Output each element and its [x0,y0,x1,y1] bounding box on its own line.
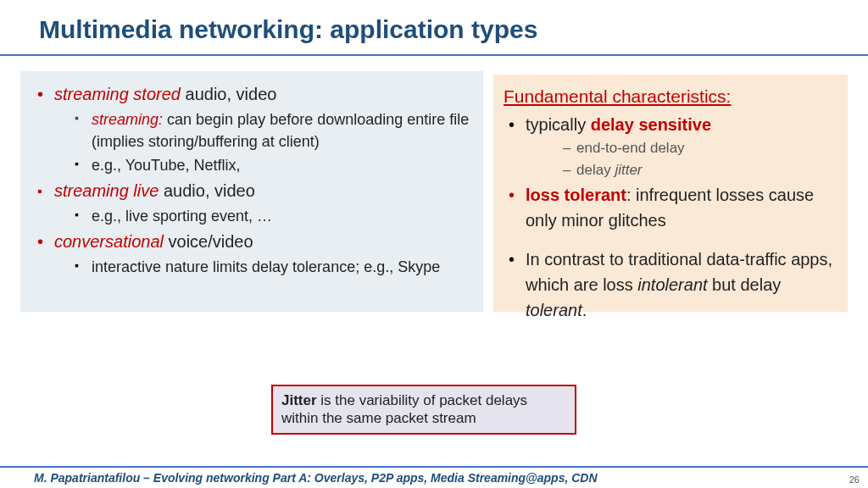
list-item: loss tolerant: infrequent losses cause o… [504,182,834,233]
footer-divider [0,466,868,468]
right-panel: Fundamental characteristics: typically d… [493,75,848,312]
page-number: 26 [849,474,860,485]
list-item: conversational voice/video interactive n… [32,229,471,278]
text: typically [526,115,591,134]
footer-text: M. Papatriantafilou – Evolving networkin… [34,471,598,485]
left-panel: streaming stored audio, video streaming:… [20,71,483,312]
emphasis-text: jitter [615,162,642,178]
emphasis-text: tolerant [526,301,582,319]
characteristics-list: typically delay sensitive end-to-end del… [504,112,834,233]
emphasis-text: streaming: [92,111,163,128]
list-item: interactive nature limits delay toleranc… [54,256,471,278]
text: audio, video [181,85,276,103]
list-item: streaming: can begin play before downloa… [54,108,471,152]
list-item: e.g., live sporting event, … [54,205,471,227]
app-types-list: streaming stored audio, video streaming:… [32,81,471,278]
list-item: end-to-end delay [526,137,834,159]
list-item: ▪ streaming live audio, video e.g., live… [32,178,471,227]
title-divider [0,54,868,56]
text: audio, video [159,181,254,200]
emphasis-text: delay sensitive [591,115,711,134]
text: . [582,301,587,319]
emphasis-text: Jitter [281,392,317,408]
emphasis-text: loss tolerant [526,186,626,204]
text: voice/video [164,232,253,251]
emphasis-text: streaming live [54,181,159,200]
list-item: streaming stored audio, video streaming:… [32,81,471,176]
page-title: Multimedia networking: application types [39,15,537,44]
list-item: e.g., YouTube, Netflix, [54,154,471,176]
list-item: typically delay sensitive end-to-end del… [504,112,834,180]
list-item: delay jitter [526,159,834,181]
emphasis-text: intolerant [637,275,707,294]
slide: Multimedia networking: application types… [0,0,868,488]
emphasis-text: conversational [54,232,164,251]
text: is the variability of packet delays with… [281,392,527,426]
emphasis-text: streaming stored [54,85,181,103]
text: delay [576,162,615,178]
text: but delay [708,275,782,294]
list-item: In contrast to traditional data-traffic … [504,247,834,323]
panel-heading: Fundamental characteristics: [504,86,731,107]
jitter-callout: Jitter is the variability of packet dela… [271,385,576,435]
